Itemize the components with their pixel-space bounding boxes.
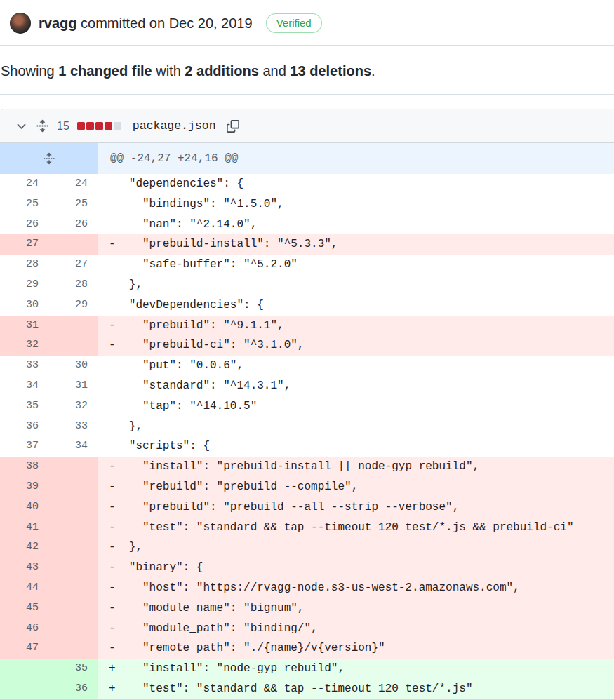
new-line-number[interactable]: 31 <box>49 376 98 396</box>
old-line-number[interactable]: 35 <box>0 396 49 417</box>
new-line-number[interactable]: 28 <box>49 275 98 295</box>
old-line-number[interactable]: 42 <box>0 537 49 558</box>
code-text: "host": "https://rvagg-node.s3-us-west-2… <box>116 581 520 594</box>
unfold-icon <box>36 119 49 133</box>
new-line-number[interactable] <box>49 234 98 255</box>
hunk-header: @@ -24,27 +24,16 @@ <box>98 143 614 174</box>
diff-line-row: 32 - "prebuild-ci": "^3.1.0", <box>0 335 614 356</box>
new-line-number[interactable] <box>49 598 98 619</box>
chevron-down-icon <box>15 119 28 133</box>
summary-period: . <box>371 63 375 79</box>
old-line-number[interactable]: 40 <box>0 497 49 518</box>
new-line-number[interactable] <box>49 335 98 356</box>
old-line-number[interactable]: 28 <box>0 255 49 275</box>
expand-hunk-button[interactable] <box>0 143 98 174</box>
code-text: "put": "0.0.6", <box>116 359 243 372</box>
new-line-number[interactable]: 36 <box>49 679 98 699</box>
verified-badge[interactable]: Verified <box>266 13 322 33</box>
changed-files-count: 1 changed file <box>58 63 152 79</box>
diff-line-row: 38 - "install": "prebuild-install || nod… <box>0 457 614 477</box>
code-line: "standard": "^14.3.1", <box>98 376 614 396</box>
new-line-number[interactable] <box>49 497 98 518</box>
old-line-number[interactable]: 47 <box>0 638 49 659</box>
code-line: "nan": "^2.14.0", <box>98 215 614 235</box>
old-line-number[interactable]: 45 <box>0 598 49 619</box>
new-line-number[interactable] <box>49 316 98 336</box>
new-line-number[interactable] <box>49 477 98 497</box>
deletions-count: 13 deletions <box>290 63 371 79</box>
new-line-number[interactable]: 27 <box>49 255 98 275</box>
old-line-number[interactable]: 34 <box>0 376 49 396</box>
avatar[interactable] <box>10 13 31 34</box>
code-text: "prebuild": "prebuild --all --strip --ve… <box>116 501 460 513</box>
diff-marker: - <box>109 518 116 538</box>
diffstat-block-deleted <box>77 122 85 130</box>
new-line-number[interactable] <box>49 638 98 659</box>
new-line-number[interactable] <box>49 578 98 598</box>
diff-line-row: 47 - "remote_path": "./{name}/v{version}… <box>0 638 614 659</box>
new-line-number[interactable] <box>49 558 98 578</box>
new-line-number[interactable]: 24 <box>49 174 98 194</box>
old-line-number[interactable]: 41 <box>0 518 49 538</box>
collapse-file-button[interactable] <box>14 119 29 133</box>
new-line-number[interactable]: 34 <box>49 436 98 457</box>
old-line-number[interactable]: 31 <box>0 316 49 336</box>
code-text: "module_name": "bignum", <box>116 602 305 614</box>
diff-marker: - <box>109 638 116 659</box>
code-text: "standard": "^14.3.1", <box>116 379 291 392</box>
diff-marker: - <box>109 558 116 578</box>
new-line-number[interactable]: 33 <box>49 417 98 437</box>
code-text: "dependencies": { <box>116 177 243 190</box>
diffstat <box>77 122 121 130</box>
commit-action-text: committed on Dec 20, 2019 <box>81 15 253 31</box>
code-text: "rebuild": "prebuild --compile", <box>116 480 359 493</box>
new-line-number[interactable] <box>49 537 98 558</box>
new-line-number[interactable]: 30 <box>49 356 98 376</box>
old-line-number[interactable]: 46 <box>0 619 49 639</box>
old-line-number[interactable]: 36 <box>0 417 49 437</box>
code-text: "devDependencies": { <box>116 299 264 311</box>
old-line-number[interactable]: 33 <box>0 356 49 376</box>
diff-line-row: 36 + "test": "standard && tap --timeout … <box>0 679 614 699</box>
new-line-number[interactable]: 26 <box>49 215 98 235</box>
old-line-number[interactable]: 32 <box>0 335 49 356</box>
code-text: "test": "standard && tap --timeout 120 t… <box>116 521 574 534</box>
new-line-number[interactable]: 35 <box>49 659 98 679</box>
file-name-link[interactable]: package.json <box>133 119 216 133</box>
code-line: - "prebuild": "^9.1.1", <box>98 316 614 336</box>
diffstat-block-deleted <box>86 122 94 130</box>
old-line-number[interactable]: 39 <box>0 477 49 497</box>
code-line: + "test": "standard && tap --timeout 120… <box>98 679 614 699</box>
old-line-number[interactable]: 29 <box>0 275 49 295</box>
new-line-number[interactable] <box>49 457 98 477</box>
code-text: "test": "standard && tap --timeout 120 t… <box>116 682 473 695</box>
old-line-number[interactable]: 43 <box>0 558 49 578</box>
old-line-number[interactable]: 27 <box>0 234 49 255</box>
new-line-number[interactable]: 29 <box>49 295 98 316</box>
old-line-number[interactable]: 37 <box>0 436 49 457</box>
code-text: "prebuild": "^9.1.1", <box>116 319 284 332</box>
old-line-number[interactable] <box>0 659 49 679</box>
code-text: "prebuild-ci": "^3.1.0", <box>116 339 305 351</box>
old-line-number[interactable]: 25 <box>0 194 49 215</box>
diff-line-row: 42 - }, <box>0 537 614 558</box>
diff-line-row: 41 - "test": "standard && tap --timeout … <box>0 518 614 538</box>
author-link[interactable]: rvagg <box>39 15 76 31</box>
new-line-number[interactable] <box>49 619 98 639</box>
old-line-number[interactable] <box>0 679 49 699</box>
old-line-number[interactable]: 44 <box>0 578 49 598</box>
new-line-number[interactable]: 25 <box>49 194 98 215</box>
diff-line-row: 46 - "module_path": "binding/", <box>0 619 614 639</box>
copy-file-path-button[interactable] <box>226 119 240 133</box>
new-line-number[interactable] <box>49 518 98 538</box>
old-line-number[interactable]: 26 <box>0 215 49 235</box>
diff-line-row: 36 33 }, <box>0 417 614 437</box>
diff-line-row: 35 32 "tap": "^14.10.5" <box>0 396 614 417</box>
old-line-number[interactable]: 24 <box>0 174 49 194</box>
old-line-number[interactable]: 38 <box>0 457 49 477</box>
diff-line-row: 29 28 }, <box>0 275 614 295</box>
expand-all-button[interactable] <box>35 119 50 133</box>
new-line-number[interactable]: 32 <box>49 396 98 417</box>
code-text: }, <box>116 541 142 553</box>
old-line-number[interactable]: 30 <box>0 295 49 316</box>
